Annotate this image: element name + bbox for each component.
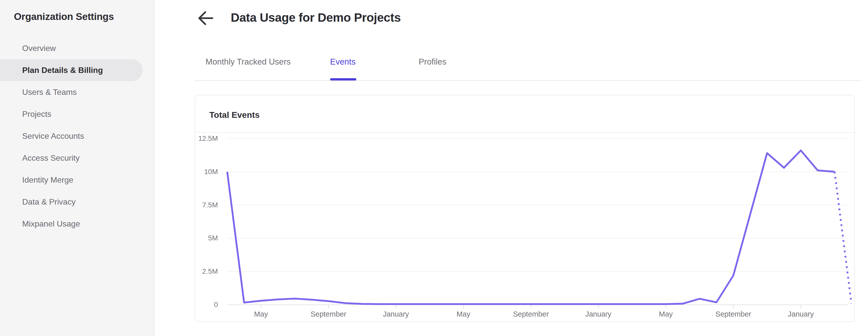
tab-monthly-tracked-users[interactable]: Monthly Tracked Users [206, 56, 290, 68]
x-axis-label: September [298, 310, 359, 318]
x-axis-label: January [366, 310, 426, 318]
y-axis-label: 7.5M [188, 201, 218, 209]
active-tab-underline [330, 78, 356, 81]
x-axis-label: September [501, 310, 561, 318]
y-axis-label: 2.5M [188, 267, 218, 276]
total-events-line [227, 150, 834, 304]
sidebar-nav: OverviewPlan Details & BillingUsers & Te… [0, 37, 154, 235]
projection-dotted-line [834, 172, 851, 303]
x-axis-label: September [703, 310, 764, 318]
back-arrow-icon [196, 23, 215, 27]
y-axis-label: 10M [188, 167, 218, 176]
line-chart-plot [227, 139, 855, 312]
y-axis-label: 12.5M [188, 134, 218, 143]
x-axis-label: January [568, 310, 629, 318]
sidebar-item-access-security[interactable]: Access Security [0, 147, 154, 169]
sidebar-title: Organization Settings [14, 11, 114, 22]
tab-profiles[interactable]: Profiles [418, 56, 446, 68]
y-axis-label: 0 [188, 300, 218, 309]
x-axis-label: May [231, 310, 291, 318]
sidebar-item-service-accounts[interactable]: Service Accounts [0, 125, 154, 147]
sidebar-item-users-teams[interactable]: Users & Teams [0, 81, 154, 103]
tab-bar: Monthly Tracked UsersEventsProfiles [195, 51, 861, 81]
sidebar: Organization Settings OverviewPlan Detai… [0, 0, 154, 336]
sidebar-item-projects[interactable]: Projects [0, 103, 154, 125]
events-usage-chart: 12.5M10M7.5M5M2.5M0MaySeptemberJanuaryMa… [195, 95, 855, 322]
sidebar-item-mixpanel-usage[interactable]: Mixpanel Usage [0, 213, 154, 235]
sidebar-item-overview[interactable]: Overview [0, 37, 154, 59]
x-axis-label: May [433, 310, 494, 318]
sidebar-item-identity-merge[interactable]: Identity Merge [0, 169, 154, 191]
sidebar-item-data-privacy[interactable]: Data & Privacy [0, 191, 154, 213]
x-axis-label: May [636, 310, 696, 318]
back-button[interactable] [196, 10, 215, 26]
total-events-card: Total Events 12.5M10M7.5M5M2.5M0MaySepte… [195, 95, 855, 322]
sidebar-item-plan-details-billing[interactable]: Plan Details & Billing [0, 59, 143, 81]
x-axis-label: January [771, 310, 831, 318]
y-axis-label: 5M [188, 234, 218, 242]
tab-events[interactable]: Events [330, 56, 355, 68]
page-title: Data Usage for Demo Projects [231, 10, 401, 25]
